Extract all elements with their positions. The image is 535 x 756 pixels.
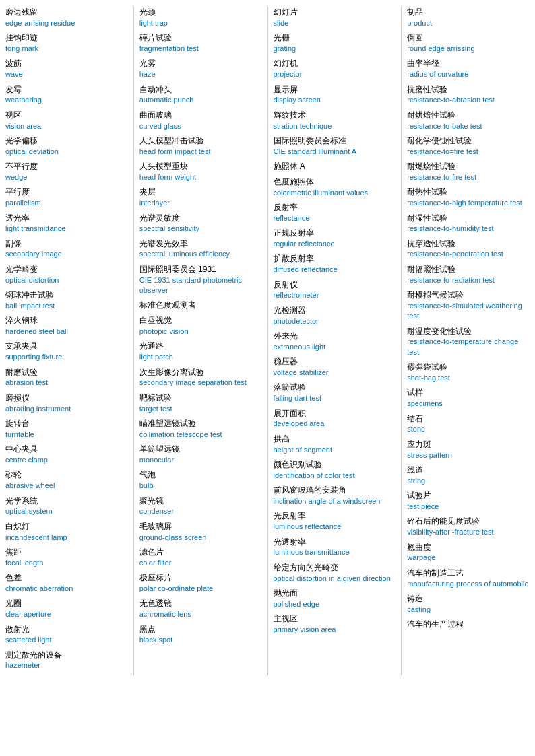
term-english: secondary image xyxy=(5,249,128,259)
term-pair: 白炽灯incandescent lamp xyxy=(5,521,128,543)
term-pair: 曲面玻璃curved glass xyxy=(139,110,262,131)
term-english: test piece xyxy=(407,502,530,512)
term-pair: 抗穿透性试验resistance-to-penetration test xyxy=(407,238,530,260)
term-pair: 翘曲度warpage xyxy=(407,542,530,563)
term-english: polar co-ordinate plate xyxy=(139,584,262,594)
term-chinese: 无色透镜 xyxy=(139,598,262,609)
term-chinese: 黑点 xyxy=(139,624,262,635)
term-pair: 前风窗玻璃的安装角inclination angle of a windscre… xyxy=(274,485,396,506)
term-pair: 平行度parallelism xyxy=(5,186,128,208)
term-chinese: 极座标片 xyxy=(139,572,262,584)
term-chinese: 铸造 xyxy=(407,593,530,605)
term-pair: 耐化学侵蚀性试验resistance-to=fire test xyxy=(407,135,530,157)
term-chinese: 耐燃烧性试验 xyxy=(407,161,530,172)
term-english: vision area xyxy=(5,121,128,131)
term-pair: 波筋wave xyxy=(5,58,128,79)
term-english: polished edge xyxy=(274,599,396,609)
term-chinese: 倒圆 xyxy=(407,32,530,44)
term-pair: 中心夹具centre clamp xyxy=(5,444,128,465)
term-chinese: 耐化学侵蚀性试验 xyxy=(407,135,530,147)
term-english: optical deviation xyxy=(5,147,128,157)
term-english: light patch xyxy=(139,352,262,362)
term-pair: 反射率reflectance xyxy=(274,202,396,224)
term-english: resistance-to-humidity test xyxy=(407,224,530,234)
term-pair: 光通路light patch xyxy=(139,341,262,362)
term-pair: 反射仪reflectrometer xyxy=(274,279,396,301)
term-english: CIE 1931 standard photometric observer xyxy=(139,275,262,296)
term-pair: 副像secondary image xyxy=(5,238,128,260)
term-english: chromatic aberration xyxy=(5,584,128,594)
term-english: voltage stabilizer xyxy=(274,368,396,378)
term-pair: 试验片test piece xyxy=(407,490,530,512)
term-pair: 耐温度变化性试验resistance-to-temperature change… xyxy=(407,326,530,358)
term-pair: 气泡bulb xyxy=(139,469,262,491)
term-english: diffused reflectance xyxy=(274,265,396,275)
term-english: resistance-to-fire test xyxy=(407,172,530,182)
term-chinese: 光谱发光效率 xyxy=(139,238,262,250)
term-pair: 碎片试验fragmentation test xyxy=(139,32,262,54)
term-pair: 光学系统optical system xyxy=(5,495,128,517)
term-english: display screen xyxy=(274,95,396,105)
term-english: abrasive wheel xyxy=(5,481,128,491)
term-chinese: 光学畸变 xyxy=(5,264,128,275)
term-english: spectral luminous efficiency xyxy=(139,249,262,259)
term-chinese: 光检测器 xyxy=(274,305,396,316)
term-pair: 颜色识别试验identification of color test xyxy=(274,459,396,481)
term-english: focal length xyxy=(5,558,128,568)
term-chinese: 给定方向的光畸变 xyxy=(274,562,396,574)
term-english: wedge xyxy=(5,172,128,182)
term-english: tong mark xyxy=(5,44,128,54)
term-english: monocular xyxy=(139,455,262,465)
term-pair: 不平行度wedge xyxy=(5,161,128,182)
term-english: secondary image separation test xyxy=(139,378,262,388)
term-chinese: 毛玻璃屏 xyxy=(139,521,262,532)
term-chinese: 砂轮 xyxy=(5,469,128,481)
term-chinese: 显示屏 xyxy=(274,84,396,96)
term-chinese: 耐温度变化性试验 xyxy=(407,326,530,337)
term-chinese: 波筋 xyxy=(5,58,128,69)
term-pair: 应力斑stress pattern xyxy=(407,439,530,460)
term-pair: 试样specimens xyxy=(407,387,530,409)
term-pair: 光反射率luminous reflectance xyxy=(274,510,396,532)
term-chinese: 制品 xyxy=(407,7,530,18)
term-pair: 次生影像分离试验secondary image separation test xyxy=(139,367,262,388)
term-english: CIE standard illuminant A xyxy=(274,147,396,157)
term-pair: 耐模拟气候试验resistance-to-simulated weatherin… xyxy=(407,289,530,322)
term-chinese: 碎石后的能见度试验 xyxy=(407,516,530,527)
term-pair: 标准色度观测者 xyxy=(139,300,262,311)
term-chinese: 透光率 xyxy=(5,213,128,224)
term-pair: 光谱灵敏度spectral sensitivity xyxy=(139,213,262,234)
term-chinese: 反射率 xyxy=(274,202,396,213)
term-english: falling dart test xyxy=(274,393,396,403)
term-english: optical distortion in a given direction xyxy=(274,574,396,584)
term-chinese: 耐磨试验 xyxy=(5,367,128,378)
term-pair: 抗磨性试验resistance-to-abrasion test xyxy=(407,84,530,106)
term-english: hazemeter xyxy=(5,660,128,671)
term-english: hardened steel ball xyxy=(5,327,128,337)
term-chinese: 幻灯片 xyxy=(274,7,396,18)
term-chinese: 正规反射率 xyxy=(274,228,396,239)
term-pair: 霰弹袋试验shot-bag test xyxy=(407,362,530,383)
term-pair: 制品product xyxy=(407,7,530,28)
term-chinese: 曲率半径 xyxy=(407,58,530,69)
term-chinese: 白炽灯 xyxy=(5,521,128,532)
term-pair: 磨损仪abrading instrument xyxy=(5,392,128,414)
term-pair: 砂轮abrasive wheel xyxy=(5,469,128,491)
main-container: 磨边残留edge-arrising residue挂钩印迹tong mark波筋… xyxy=(0,0,535,682)
term-english: string xyxy=(407,476,530,486)
term-english: height of segment xyxy=(274,445,396,455)
term-chinese: 单筒望远镜 xyxy=(139,444,262,455)
term-chinese: 光圈 xyxy=(5,598,128,609)
term-english: warpage xyxy=(407,553,530,563)
term-pair: 色差chromatic aberration xyxy=(5,572,128,594)
term-pair: 线道string xyxy=(407,465,530,486)
term-pair: 显示屏display screen xyxy=(274,84,396,106)
term-english: radius of curvature xyxy=(407,69,530,79)
term-chinese: 靶标试验 xyxy=(139,392,262,404)
term-pair: 挂钩印迹tong mark xyxy=(5,32,128,54)
term-english: product xyxy=(407,18,530,28)
term-english: resistance-to-abrasion test xyxy=(407,95,530,105)
term-pair: 幻灯机projector xyxy=(274,58,396,79)
term-english: luminous transmittance xyxy=(274,547,396,557)
term-chinese: 展开面积 xyxy=(274,408,396,419)
